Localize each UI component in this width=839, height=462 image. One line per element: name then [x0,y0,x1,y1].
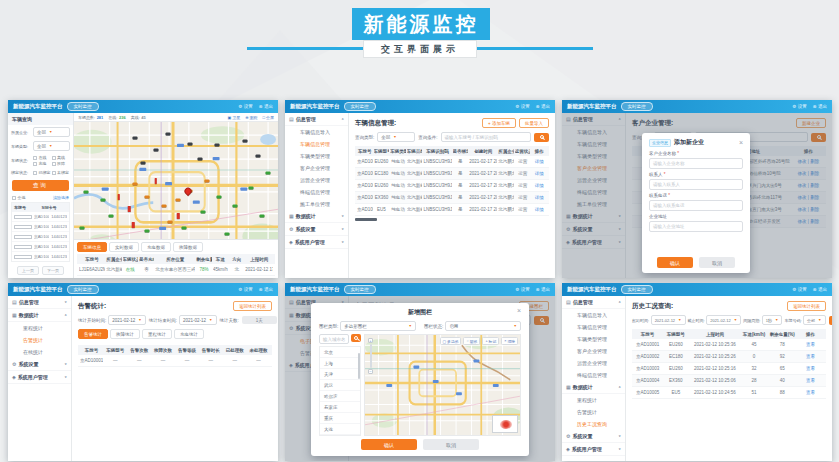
sidebar-item[interactable]: 告警统计 [8,334,71,346]
vehicle-marker[interactable] [154,178,157,184]
settings-button[interactable]: ⚙设置 [515,287,530,292]
settings-button[interactable]: ⚙设置 [238,104,253,109]
confirm-button[interactable]: 确认 [361,439,417,450]
horizontal-scrollbar[interactable] [355,218,377,221]
vehicle-marker[interactable] [165,133,170,136]
vehicle-marker[interactable] [216,195,221,198]
detail-link[interactable]: 详情 [531,207,547,212]
logout-button[interactable]: ⊗退出 [536,104,550,109]
draw-tool-button[interactable]: +标记 [482,337,499,345]
row-checkbox[interactable] [14,215,32,219]
fence-state-select[interactable]: 启用▼ [445,321,521,331]
vehicle-list-row[interactable]: 京AD10002 14401234502 [12,222,69,232]
table-row[interactable]: 京AD10001EU2602021-02-12 10:25:364578查看 [632,339,826,351]
city-list-item[interactable]: 哈尔滨 [320,391,360,402]
status-checkbox[interactable]: 故障 [52,161,71,166]
detail-link[interactable]: 详情 [531,159,547,164]
sidebar-item[interactable]: 车辆信息导入 [285,126,348,138]
sidebar-item[interactable]: ◈ 系统用户管理 ∨ [285,236,348,249]
sidebar-item[interactable]: ⚙ 系统设置 ∨ [562,430,625,443]
sidebar-item[interactable]: ⚙ 系统设置 ∨ [285,223,348,236]
settings-button[interactable]: ⚙设置 [792,287,807,292]
table-row[interactable]: LJ1E6A2U2M7654321北汽新能源在线否北京市丰台区西三环南路辅路靠近… [77,264,275,276]
search-input[interactable]: 请输入车牌号 / 车辆识别码 [441,132,531,142]
logout-button[interactable]: ⊗退出 [813,104,827,109]
vehicle-marker[interactable] [200,211,205,214]
vehicle-list-row[interactable]: 京AD10005 14401234505 [12,252,69,262]
zoom-slider[interactable] [370,344,372,368]
detail-link[interactable]: 详情 [531,183,547,188]
zoom-out-button[interactable]: − [368,369,373,374]
draw-tool-button[interactable]: ○圆形 [463,337,480,345]
table-row[interactable]: 京AD10005EU5纯电动北汽新能源LNBSCU3H9JR884416是202… [355,204,549,216]
view-link[interactable]: 查看 [797,342,824,347]
vehicle-marker[interactable] [132,222,135,228]
vehicle-marker[interactable] [233,205,238,208]
sidebar-item[interactable]: ⚙ 系统设置 ∨ [8,358,71,371]
logout-button[interactable]: ⊗退出 [813,287,827,292]
table-row[interactable]: 京AD10002EC1802021-02-12 10:25:26092查看 [632,351,826,363]
logout-button[interactable]: ⊗退出 [259,287,273,292]
city-list-item[interactable]: 大连 [320,424,360,435]
stats-tab[interactable]: 充电统计 [174,329,204,339]
table-row[interactable]: 京AD10001EU260纯电动北汽新能源LNBSCU3H9JR884412是2… [355,156,549,168]
status-checkbox[interactable]: 在线 [33,155,52,160]
sidebar-item[interactable]: 车辆类型管理 [285,150,348,162]
batch-import-button[interactable]: 批量导入 [519,118,549,128]
logout-button[interactable]: ⊗退出 [259,104,273,109]
vehicle-marker[interactable] [255,155,260,158]
zoom-in-button[interactable]: + [368,338,373,343]
city-list-item[interactable]: 石家庄 [320,402,360,413]
sidebar-item[interactable]: 客户企业管理 [562,345,625,357]
sidebar-item[interactable]: 车辆信息管理 [285,138,348,150]
cancel-button[interactable]: 取消 [423,439,479,450]
vehicle-marker[interactable] [249,186,254,189]
sidebar-item[interactable]: 在线统计 [8,346,71,358]
stats-tab[interactable]: 告警统计 [78,329,108,339]
field-select[interactable]: 全部▼ [33,127,70,137]
vehicle-marker[interactable] [176,199,181,202]
draw-tool-button[interactable]: ×清除 [501,337,518,345]
vehicle-marker[interactable] [153,149,158,152]
city-search-input[interactable]: 输入城市名 [319,334,349,344]
vehicle-marker[interactable] [167,220,172,223]
detail-link[interactable]: 详情 [531,171,547,176]
mini-map[interactable] [492,415,518,433]
nav-realtime-monitor[interactable]: 实时监控 [621,102,653,111]
row-checkbox[interactable] [14,255,32,259]
vehicle-marker[interactable] [243,139,248,142]
field-input[interactable]: 请输入联系电话 [649,200,743,211]
view-link[interactable]: 查看 [797,390,824,395]
sidebar-item[interactable]: 客户企业管理 [285,162,348,174]
search-button[interactable] [829,316,832,325]
vehicle-list-row[interactable]: 京AD10003 14401234503 [12,232,69,242]
sidebar-item[interactable]: ▦ 数据统计 ∧ [8,309,71,322]
sidebar-item[interactable]: 运营企业管理 [285,174,348,186]
view-link[interactable]: 查看 [797,366,824,371]
field-input[interactable]: 请输入企业名称 [649,158,743,169]
zoom-control[interactable]: + − [368,338,373,374]
nav-realtime-monitor[interactable]: 实时监控 [67,102,99,111]
next-page-button[interactable]: 下一页 [42,266,64,275]
select-all-checkbox[interactable]: 全选 [12,195,41,200]
vehicle-marker[interactable] [133,183,138,186]
date-select[interactable]: 2021-02-12▼ [179,315,217,325]
sidebar-item[interactable]: 车辆信息管理 [562,321,625,333]
filter-select[interactable]: 2021-02-12▼ [706,315,741,325]
sidebar-item[interactable]: 车辆类型管理 [562,333,625,345]
field-input[interactable]: 请输入联系人 [649,179,743,190]
vehicle-marker[interactable] [259,214,264,217]
row-checkbox[interactable] [14,235,32,239]
cancel-button[interactable]: 取消 [699,257,735,268]
logout-button[interactable]: ⊗退出 [536,287,550,292]
vehicle-marker[interactable] [84,191,89,194]
sidebar-item[interactable]: 里程统计 [8,322,71,334]
detail-tab[interactable]: 故障数据 [173,242,203,252]
nav-realtime-monitor[interactable]: 实时监控 [621,285,653,294]
sidebar-item[interactable]: ▤ 信息管理 ∧ [562,296,625,309]
scrollbar-thumb[interactable] [358,353,360,379]
vehicle-list-row[interactable]: 京AD10001 14401234501 [12,212,69,222]
sidebar-item[interactable]: 车辆信息导入 [562,309,625,321]
table-row[interactable]: 京AD10003EU260纯电动北汽新能源LNBSCU3H9JR884414是2… [355,180,549,192]
table-row[interactable]: 京AD10005EU52021-02-12 10:24:565188查看 [632,387,826,399]
